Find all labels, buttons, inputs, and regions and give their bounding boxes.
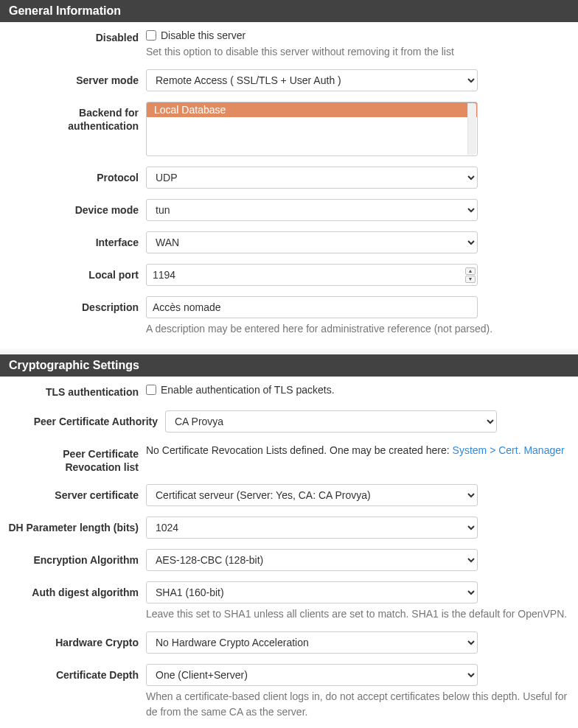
select-encryption-algo[interactable]: AES-128-CBC (128-bit) [146, 549, 478, 571]
label-local-port: Local port [0, 264, 146, 281]
row-encryption-algo: Encryption Algorithm AES-128-CBC (128-bi… [0, 545, 578, 575]
listbox-option-local-database[interactable]: Local Database [147, 102, 477, 117]
row-cert-depth: Certificate Depth One (Client+Server) Wh… [0, 659, 578, 724]
label-backend-auth: Backend for authentication [0, 102, 146, 133]
label-dh-length: DH Parameter length (bits) [0, 517, 146, 534]
label-disabled: Disabled [0, 27, 146, 44]
select-protocol[interactable]: UDP [146, 167, 478, 189]
label-server-mode: Server mode [0, 69, 146, 87]
panel-body-general: Disabled Disable this server Set this op… [0, 22, 578, 341]
heading-crypto-settings: Cryptographic Settings [0, 354, 578, 377]
section-spacer [0, 349, 578, 354]
row-peer-crl: Peer Certificate Revocation list No Cert… [0, 438, 578, 478]
select-cert-depth[interactable]: One (Client+Server) [146, 664, 478, 686]
row-protocol: Protocol UDP [0, 162, 578, 193]
local-port-spinners: ▲ ▼ [465, 266, 476, 284]
input-local-port[interactable] [146, 264, 478, 286]
heading-general-information: General Information [0, 0, 578, 22]
help-disabled: Set this option to disable this server w… [146, 44, 571, 59]
row-server-cert: Server certificate Certificat serveur (S… [0, 480, 578, 511]
checkbox-tls-auth[interactable] [146, 385, 156, 395]
panel-general-information: General Information Disabled Disable thi… [0, 0, 578, 341]
listbox-scrollbar[interactable] [467, 103, 476, 155]
spinner-down-icon[interactable]: ▼ [465, 276, 476, 283]
label-auth-digest: Auth digest algorithm [0, 581, 146, 599]
row-server-mode: Server mode Remote Access ( SSL/TLS + Us… [0, 65, 578, 96]
select-auth-digest[interactable]: SHA1 (160-bit) [146, 581, 478, 603]
label-encryption-algo: Encryption Algorithm [0, 549, 146, 567]
select-peer-ca[interactable]: CA Provya [165, 410, 497, 433]
panel-body-crypto: TLS authentication Enable authentication… [0, 377, 578, 724]
peer-crl-text-before: No Certificate Revocation Lists defined.… [146, 444, 453, 456]
select-dh-length[interactable]: 1024 [146, 517, 478, 539]
row-local-port: Local port ▲ ▼ [0, 259, 578, 290]
spinner-up-icon[interactable]: ▲ [465, 267, 476, 275]
label-server-cert: Server certificate [0, 484, 146, 502]
label-hardware-crypto: Hardware Crypto [0, 631, 146, 649]
row-tls-auth: TLS authentication Enable authentication… [0, 377, 578, 403]
help-cert-depth: When a certificate-based client logs in,… [146, 689, 571, 719]
label-description: Description [0, 296, 146, 314]
input-description[interactable] [146, 296, 478, 318]
label-device-mode: Device mode [0, 199, 146, 217]
label-tls-auth: TLS authentication [0, 381, 146, 399]
label-peer-ca: Peer Certificate Authority [0, 410, 165, 428]
listbox-backend-auth[interactable]: Local Database [146, 102, 478, 156]
label-protocol: Protocol [0, 167, 146, 184]
help-description: A description may be entered here for ad… [146, 321, 571, 336]
select-server-cert[interactable]: Certificat serveur (Server: Yes, CA: CA … [146, 484, 478, 506]
link-cert-manager[interactable]: System > Cert. Manager [453, 444, 565, 456]
label-peer-crl: Peer Certificate Revocation list [0, 443, 146, 474]
panel-crypto-settings: Cryptographic Settings TLS authenticatio… [0, 354, 578, 724]
row-device-mode: Device mode tun [0, 195, 578, 225]
row-description: Description A description may be entered… [0, 292, 578, 340]
row-peer-ca: Peer Certificate Authority CA Provya [0, 406, 578, 437]
checkbox-disable-server[interactable] [146, 30, 156, 41]
select-hardware-crypto[interactable]: No Hardware Crypto Acceleration [146, 631, 478, 654]
select-device-mode[interactable]: tun [146, 199, 478, 221]
row-backend-auth: Backend for authentication Local Databas… [0, 97, 578, 161]
help-auth-digest: Leave this set to SHA1 unless all client… [146, 606, 571, 621]
row-auth-digest: Auth digest algorithm SHA1 (160-bit) Lea… [0, 577, 578, 626]
select-interface[interactable]: WAN [146, 231, 478, 253]
label-cert-depth: Certificate Depth [0, 664, 146, 682]
checkbox-label-tls-auth: Enable authentication of TLS packets. [161, 384, 335, 396]
text-peer-crl: No Certificate Revocation Lists defined.… [146, 443, 571, 458]
row-interface: Interface WAN [0, 227, 578, 258]
row-dh-length: DH Parameter length (bits) 1024 [0, 512, 578, 543]
label-interface: Interface [0, 231, 146, 249]
checkbox-label-disable-server: Disable this server [161, 29, 246, 41]
row-disabled: Disabled Disable this server Set this op… [0, 22, 578, 63]
select-server-mode[interactable]: Remote Access ( SSL/TLS + User Auth ) [146, 69, 478, 91]
row-hardware-crypto: Hardware Crypto No Hardware Crypto Accel… [0, 627, 578, 658]
